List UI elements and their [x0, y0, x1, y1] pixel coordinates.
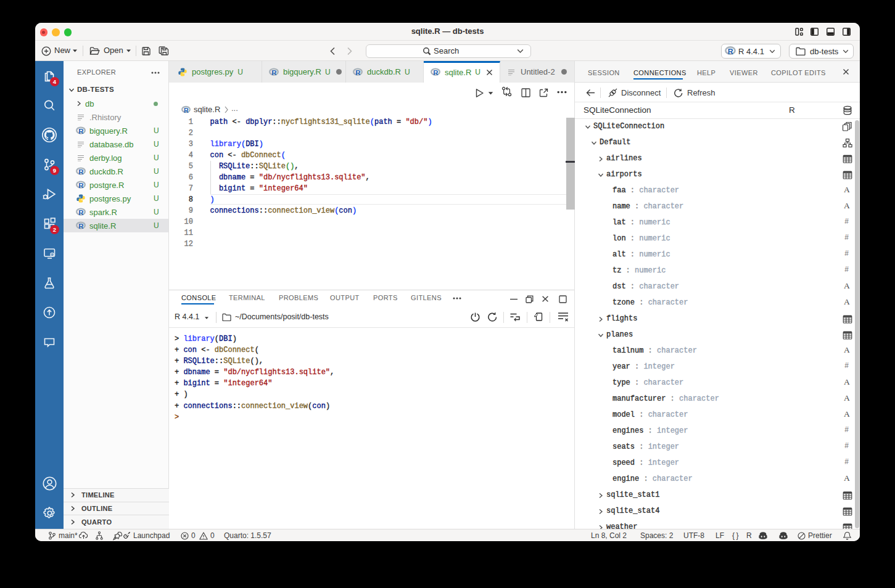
svg-text:R: R — [271, 69, 277, 76]
svg-text:R: R — [78, 209, 84, 216]
svg-text:R: R — [78, 128, 84, 135]
svg-text:R: R — [78, 223, 84, 230]
svg-text:R: R — [728, 47, 733, 55]
svg-text:R: R — [355, 69, 361, 76]
svg-text:R: R — [184, 107, 189, 114]
svg-text:R: R — [433, 69, 439, 76]
svg-text:R: R — [78, 182, 84, 189]
svg-text:R: R — [78, 168, 84, 176]
